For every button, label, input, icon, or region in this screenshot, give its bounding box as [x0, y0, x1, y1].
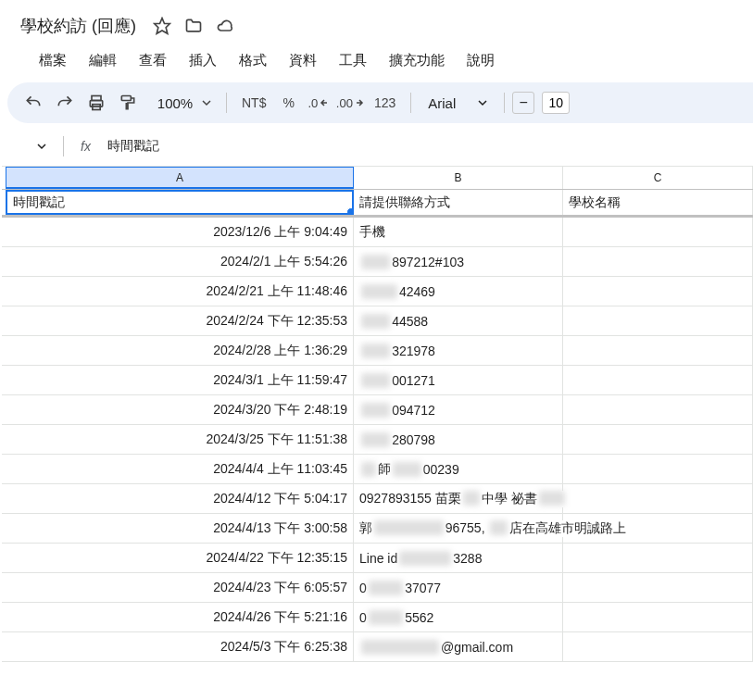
cloud-icon[interactable]	[216, 17, 234, 35]
table-row[interactable]: 2023/12/6 上午 9:04:49	[6, 218, 354, 246]
table-row[interactable]: 2024/2/24 下午 12:35:53	[6, 306, 354, 335]
currency-button[interactable]: NT$	[234, 95, 273, 110]
table-row[interactable]: 0000897212#103	[354, 247, 563, 276]
document-title[interactable]: 學校約訪 (回應)	[15, 13, 142, 39]
zoom-select[interactable]	[144, 95, 219, 111]
table-row[interactable]: 2024/3/20 下午 2:48:19	[6, 395, 354, 424]
separator	[226, 93, 227, 113]
undo-button[interactable]	[19, 88, 48, 118]
table-row[interactable]	[563, 247, 753, 276]
zoom-input[interactable]	[152, 95, 198, 111]
table-row[interactable]	[563, 484, 753, 513]
font-select[interactable]: Arial	[419, 95, 496, 111]
menu-format[interactable]: 格式	[230, 48, 276, 73]
menu-view[interactable]: 查看	[130, 48, 176, 73]
table-row[interactable]: 0000042469	[354, 277, 563, 306]
svg-marker-0	[155, 19, 170, 34]
table-row[interactable]: 0000321978	[354, 336, 563, 365]
formula-bar[interactable]: 時間戳記	[107, 138, 159, 155]
table-row[interactable]: 0XXXX37077	[354, 573, 563, 602]
table-row[interactable]: 2024/4/13 下午 3:00:58	[6, 514, 354, 543]
table-row[interactable]: 2024/4/26 下午 5:21:16	[6, 603, 354, 631]
table-row[interactable]	[563, 366, 753, 394]
table-row[interactable]: Line idXXXXXX3288	[354, 544, 563, 572]
font-name: Arial	[428, 95, 456, 111]
increase-decimal-button[interactable]: .00	[335, 88, 365, 118]
star-icon[interactable]	[153, 17, 171, 35]
table-row[interactable]: 2024/3/25 下午 11:51:38	[6, 425, 354, 454]
table-row[interactable]: 2024/2/21 上午 11:48:46	[6, 277, 354, 306]
separator	[410, 93, 411, 113]
decrease-decimal-button[interactable]: .0	[304, 88, 333, 118]
table-row[interactable]	[563, 544, 753, 572]
table-row[interactable]	[563, 425, 753, 454]
column-header-A[interactable]: A	[6, 167, 354, 189]
chevron-down-icon	[478, 98, 487, 107]
column-header-B[interactable]: B	[354, 167, 563, 189]
table-row[interactable]: 2024/4/23 下午 6:05:57	[6, 573, 354, 602]
menu-edit[interactable]: 編輯	[80, 48, 126, 73]
name-box[interactable]	[37, 142, 46, 151]
table-row[interactable]	[563, 603, 753, 631]
table-row[interactable]: 手機	[354, 218, 563, 246]
table-row[interactable]	[563, 632, 753, 661]
menubar: 檔案 編輯 查看 插入 格式 資料 工具 擴充功能 說明	[15, 44, 753, 82]
menu-tools[interactable]: 工具	[330, 48, 376, 73]
table-row[interactable]: XXXXXXXXX@gmail.com	[354, 632, 563, 661]
table-row[interactable]: 2024/2/28 上午 1:36:29	[6, 336, 354, 365]
table-row[interactable]: 2024/4/22 下午 12:35:15	[6, 544, 354, 572]
paint-format-button[interactable]	[113, 88, 143, 118]
more-formats-button[interactable]: 123	[367, 95, 403, 110]
table-row[interactable]	[563, 277, 753, 306]
table-row[interactable]: 000044588	[354, 306, 563, 335]
table-row[interactable]: aa師aaaa00239	[354, 455, 563, 483]
table-row[interactable]: 0000094712	[354, 395, 563, 424]
menu-help[interactable]: 說明	[458, 48, 504, 73]
decrease-font-button[interactable]: −	[512, 92, 534, 114]
toolbar: NT$ % .0 .00 123 Arial −	[7, 82, 753, 123]
menu-extensions[interactable]: 擴充功能	[380, 48, 454, 73]
table-row[interactable]	[563, 218, 753, 246]
redo-button[interactable]	[50, 88, 80, 118]
svg-rect-4	[121, 96, 131, 101]
chevron-down-icon	[202, 98, 211, 107]
menu-insert[interactable]: 插入	[180, 48, 226, 73]
fx-label: fx	[81, 139, 91, 154]
menu-file[interactable]: 檔案	[30, 48, 76, 73]
font-size-input[interactable]	[542, 92, 570, 114]
print-button[interactable]	[82, 88, 111, 118]
table-row[interactable]: 2024/3/1 上午 11:59:47	[6, 366, 354, 394]
table-row[interactable]: 2024/4/12 下午 5:04:17	[6, 484, 354, 513]
separator	[63, 136, 64, 156]
separator	[504, 93, 505, 113]
table-row[interactable]: 0927893155 苗栗XX中學 祕書XXX	[354, 484, 563, 513]
cell-C1[interactable]: 學校名稱	[563, 190, 753, 215]
table-row[interactable]	[563, 455, 753, 483]
table-row[interactable]: 0XXXX5562	[354, 603, 563, 631]
table-row[interactable]	[563, 395, 753, 424]
table-row[interactable]: 2024/5/3 下午 6:25:38	[6, 632, 354, 661]
table-row[interactable]: 郭XXXXXXXX96755, XX店在高雄市明誠路上	[354, 514, 563, 543]
table-row[interactable]: 0000001271	[354, 366, 563, 394]
spreadsheet-grid: A B C 時間戳記 請提供聯絡方式 學校名稱 2023/12/6 上午 9:0…	[2, 166, 753, 662]
folder-icon[interactable]	[184, 17, 203, 35]
percent-button[interactable]: %	[275, 95, 301, 110]
chevron-down-icon	[37, 142, 46, 151]
table-row[interactable]	[563, 336, 753, 365]
cell-B1[interactable]: 請提供聯絡方式	[354, 190, 563, 215]
table-row[interactable]: 2024/2/1 上午 5:54:26	[6, 247, 354, 276]
table-row[interactable]	[563, 573, 753, 602]
menu-data[interactable]: 資料	[280, 48, 326, 73]
table-row[interactable]	[563, 306, 753, 335]
table-row[interactable]: 0000280798	[354, 425, 563, 454]
cell-A1[interactable]: 時間戳記	[6, 190, 354, 215]
column-header-C[interactable]: C	[563, 167, 753, 189]
table-row[interactable]: 2024/4/4 上午 11:03:45	[6, 455, 354, 483]
